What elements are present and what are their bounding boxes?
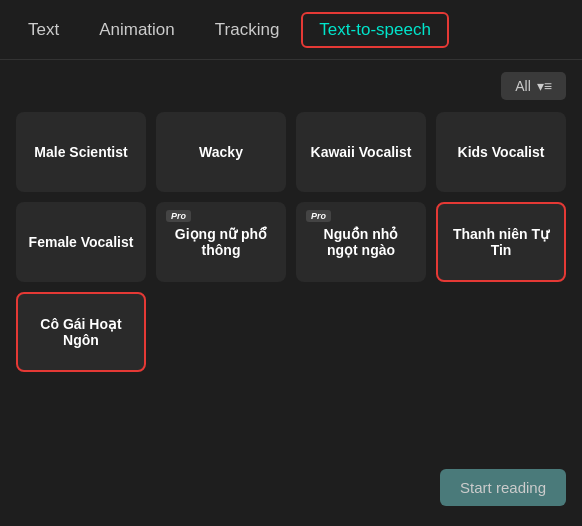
voice-card-thanh-nien[interactable]: Thanh niên Tự Tin <box>436 202 566 282</box>
voice-card-male-scientist[interactable]: Male Scientist <box>16 112 146 192</box>
tab-bar: Text Animation Tracking Text-to-speech <box>0 0 582 60</box>
filter-label: All <box>515 78 531 94</box>
voice-label: Nguồn nhỏ ngọt ngào <box>308 226 414 258</box>
voice-card-wacky[interactable]: Wacky <box>156 112 286 192</box>
voice-card-nguon-nho[interactable]: Pro Nguồn nhỏ ngọt ngào <box>296 202 426 282</box>
voice-label: Female Vocalist <box>29 234 134 250</box>
voice-label: Kids Vocalist <box>458 144 545 160</box>
filter-row: All ▾≡ <box>16 72 566 100</box>
tab-tracking[interactable]: Tracking <box>197 12 298 48</box>
voice-label: Cô Gái Hoạt Ngôn <box>28 316 134 348</box>
voice-card-kids-vocalist[interactable]: Kids Vocalist <box>436 112 566 192</box>
filter-icon: ▾≡ <box>537 78 552 94</box>
filter-button[interactable]: All ▾≡ <box>501 72 566 100</box>
voice-grid: Male Scientist Wacky Kawaii Vocalist Kid… <box>16 112 566 372</box>
voice-label: Giọng nữ phổ thông <box>168 226 274 258</box>
voice-card-female-vocalist[interactable]: Female Vocalist <box>16 202 146 282</box>
tab-animation[interactable]: Animation <box>81 12 193 48</box>
app-container: Text Animation Tracking Text-to-speech A… <box>0 0 582 526</box>
voice-label: Male Scientist <box>34 144 127 160</box>
voice-label: Thanh niên Tự Tin <box>448 226 554 258</box>
pro-badge: Pro <box>306 210 331 222</box>
bottom-row: Start reading <box>16 469 566 514</box>
tab-tts[interactable]: Text-to-speech <box>301 12 449 48</box>
voice-label: Kawaii Vocalist <box>311 144 412 160</box>
voice-label: Wacky <box>199 144 243 160</box>
main-content: All ▾≡ Male Scientist Wacky Kawaii Vocal… <box>0 60 582 526</box>
voice-card-giong-nu[interactable]: Pro Giọng nữ phổ thông <box>156 202 286 282</box>
start-reading-button[interactable]: Start reading <box>440 469 566 506</box>
voice-card-co-gai[interactable]: Cô Gái Hoạt Ngôn <box>16 292 146 372</box>
pro-badge: Pro <box>166 210 191 222</box>
tab-text[interactable]: Text <box>10 12 77 48</box>
voice-card-kawaii-vocalist[interactable]: Kawaii Vocalist <box>296 112 426 192</box>
